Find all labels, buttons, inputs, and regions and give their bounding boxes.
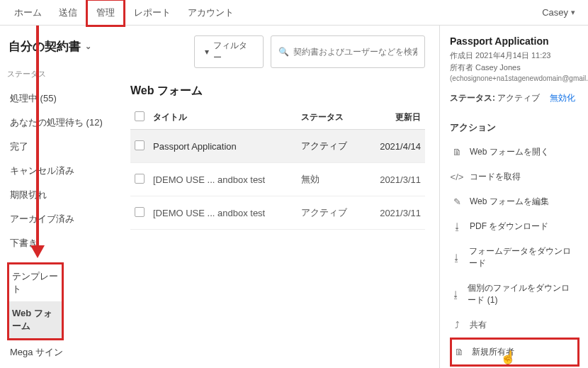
sidebar-cat-web-forms[interactable]: Web フォーム [9,301,62,338]
sidebar-item-cancelled[interactable]: キャンセル済み [7,159,113,183]
agreements-table: タイトル ステータス 更新日 Passport Application アクティ… [130,106,425,230]
col-updated[interactable]: 更新日 [364,106,425,130]
chevron-down-icon: ⌄ [85,42,91,51]
open-icon: 🗎 [451,147,463,157]
status-section-label: ステータス [7,69,113,79]
filter-button[interactable]: ▾ フィルター [194,35,264,68]
action-download-form-data[interactable]: ⭳ フォームデータをダウンロード [450,239,579,276]
actions-label: アクション [450,121,579,134]
share-icon: ⤴ [451,320,463,330]
action-edit-web-form[interactable]: ✎ Web フォームを編集 [450,189,579,214]
nav-tab-home[interactable]: ホーム [6,1,50,25]
user-name: Casey [542,7,568,18]
search-box[interactable]: 🔍 [271,35,425,68]
search-input[interactable] [293,47,417,57]
user-menu[interactable]: Casey ▾ [535,1,582,23]
details-panel: Passport Application 作成日 2021年4月14日 11:2… [439,26,588,368]
doc-created: 作成日 2021年4月14日 11:23 [450,50,579,62]
action-new-owner[interactable]: 🗎 新規所有者 ☝ [450,338,579,367]
main-content: ▾ フィルター 🔍 Web フォーム タイトル ステータス 更新日 [113,26,439,368]
action-download-individual-files[interactable]: ⭳ 個別のファイルをダウンロード (1) [450,276,579,313]
sidebar-item-expired[interactable]: 期限切れ [7,183,113,207]
row-checkbox[interactable] [135,174,145,184]
action-get-code[interactable]: </> コードを取得 [450,165,579,189]
page-title[interactable]: 自分の契約書 ⌄ [9,38,113,55]
action-share[interactable]: ⤴ 共有 [450,313,579,338]
top-nav: ホーム 送信 管理 レポート アカウント Casey ▾ [0,0,588,26]
doc-title: Passport Application [450,35,579,47]
pdf-icon: ⭳ [451,221,463,232]
pencil-icon: ✎ [451,196,463,207]
sidebar: 自分の契約書 ⌄ ステータス 処理中 (55) あなたの処理待ち (12) 完了… [0,26,113,368]
action-download-pdf[interactable]: ⭳ PDF をダウンロード [450,214,579,239]
nav-tab-account[interactable]: アカウント [179,1,242,25]
doc-status: ステータス: アクティブ 無効化 [450,92,579,104]
code-icon: </> [451,172,463,182]
table-row[interactable]: [DEMO USE ... andbox test 無効 2021/3/11 [130,163,425,196]
row-checkbox[interactable] [135,140,145,150]
sidebar-item-archived[interactable]: アーカイブ済み [7,207,113,231]
file-download-icon: ⭳ [451,289,460,300]
data-download-icon: ⭳ [451,252,462,263]
sidebar-item-waiting-for-you[interactable]: あなたの処理待ち (12) [7,111,113,135]
filter-icon: ▾ [205,47,209,57]
nav-tab-reports[interactable]: レポート [125,1,179,25]
search-icon: 🔍 [278,47,289,57]
col-status[interactable]: ステータス [297,106,364,130]
action-open-web-form[interactable]: 🗎 Web フォームを開く [450,140,579,165]
col-title[interactable]: タイトル [149,106,297,130]
row-checkbox[interactable] [135,207,145,217]
doc-owner: 所有者 Casey Jones [450,62,579,74]
sidebar-item-in-progress[interactable]: 処理中 (55) [7,87,113,111]
sidebar-item-completed[interactable]: 完了 [7,135,113,159]
owner-icon: 🗎 [453,347,465,357]
sidebar-item-draft[interactable]: 下書き [7,231,113,255]
select-all-checkbox[interactable] [135,111,145,121]
table-row[interactable]: [DEMO USE ... andbox test アクティブ 2021/3/1… [130,196,425,230]
nav-tab-manage[interactable]: 管理 [86,0,125,27]
sidebar-cat-templates[interactable]: テンプレート [9,264,62,301]
doc-owner-email: (echosignone+na1stagenewdomain@gmail.com… [450,74,579,82]
sidebar-cat-mega-sign[interactable]: Mega サイン [7,340,113,364]
table-row[interactable]: Passport Application アクティブ 2021/4/14 [130,130,425,163]
disable-link[interactable]: 無効化 [550,93,575,103]
section-title: Web フォーム [130,84,425,99]
nav-tab-send[interactable]: 送信 [50,1,86,25]
chevron-down-icon: ▾ [571,8,575,17]
